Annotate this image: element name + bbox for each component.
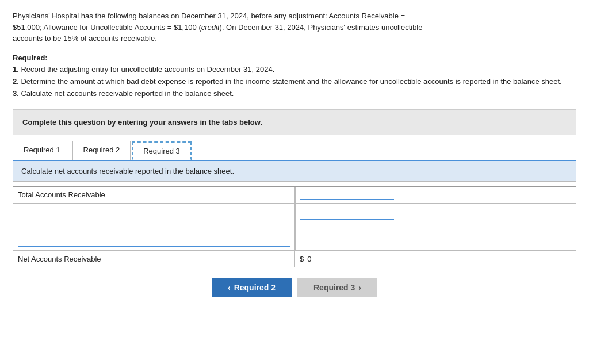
tab-required-1[interactable]: Required 1 [13, 141, 71, 160]
forward-label: Required 3 [313, 283, 355, 292]
dollar-sign: $ [300, 255, 304, 263]
required-section: Required: 1. Record the adjusting entry … [13, 52, 576, 100]
forward-button[interactable]: Required 3 › [297, 278, 377, 297]
net-value: 0 [307, 255, 311, 263]
row2-amount-input[interactable] [300, 210, 394, 220]
row3-label [13, 227, 295, 250]
tab-required-2[interactable]: Required 2 [72, 141, 131, 160]
tab-description: Calculate net accounts receivable report… [21, 167, 234, 175]
instruction-box: Complete this question by entering your … [13, 109, 576, 135]
table-row-2 [13, 204, 576, 227]
required-header: Required: [13, 53, 48, 62]
row1-amount-input[interactable] [300, 190, 394, 200]
back-icon: ‹ [228, 283, 231, 292]
tabs-row: Required 1 Required 2 Required 3 [13, 141, 576, 161]
back-label: Required 2 [234, 283, 276, 292]
row3-amount-input[interactable] [300, 234, 394, 243]
row2-amount[interactable] [295, 204, 399, 227]
row3-amount[interactable] [295, 227, 399, 250]
intro-paragraph: Physicians' Hospital has the following b… [13, 10, 576, 44]
accounts-table: Total Accounts Receivable Net Accounts R… [13, 186, 576, 267]
net-value-cell: $ 0 [295, 251, 316, 267]
net-label: Net Accounts Receivable [13, 251, 295, 267]
table-row-3 [13, 227, 576, 251]
net-row: Net Accounts Receivable $ 0 [13, 251, 576, 267]
bottom-nav: ‹ Required 2 Required 3 › [13, 278, 576, 297]
row3-label-input[interactable] [18, 231, 290, 247]
row1-label: Total Accounts Receivable [13, 187, 295, 203]
req-1-number: 1. [13, 65, 19, 74]
row1-amount[interactable] [295, 187, 399, 203]
instruction-text: Complete this question by entering your … [22, 118, 262, 127]
intro-text-3: ). On December 31, 2024, Physicians' est… [220, 23, 423, 32]
intro-italic: credit [201, 23, 220, 32]
req-2-text: Determine the amount at which bad debt e… [21, 77, 561, 86]
intro-text-4: accounts to be 15% of accounts receivabl… [13, 34, 157, 43]
intro-text-1: Physicians' Hospital has the following b… [13, 12, 405, 20]
tab-content-area: Calculate net accounts receivable report… [13, 161, 576, 182]
row2-label-input[interactable] [18, 207, 290, 223]
req-2-number: 2. [13, 77, 19, 86]
req-3-number: 3. [13, 89, 19, 98]
req-1-text: Record the adjusting entry for uncollect… [21, 65, 274, 74]
req-3-text: Calculate net accounts receivable report… [21, 89, 234, 98]
row2-label [13, 204, 295, 227]
table-row-1: Total Accounts Receivable [13, 187, 576, 204]
forward-icon: › [358, 283, 361, 292]
back-button[interactable]: ‹ Required 2 [212, 278, 292, 297]
tab-required-3[interactable]: Required 3 [132, 141, 192, 160]
intro-text-2: $51,000; Allowance for Uncollectible Acc… [13, 23, 201, 32]
